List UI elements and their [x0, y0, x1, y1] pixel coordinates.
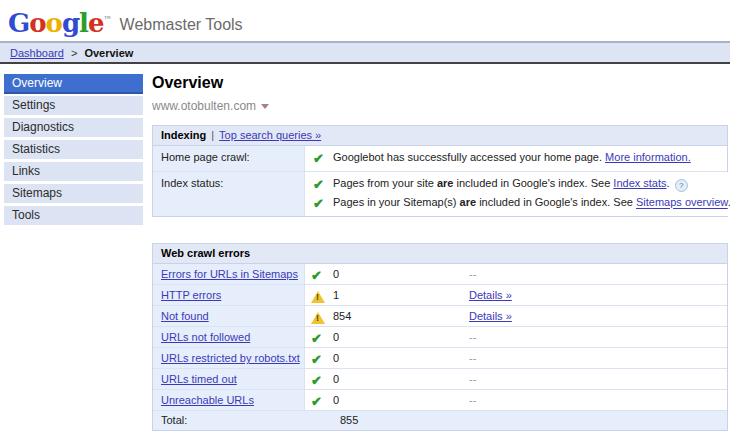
- sidebar-nav: Overview Settings Diagnostics Statistics…: [4, 74, 143, 434]
- logo-letter: G: [8, 8, 29, 38]
- sidebar-item-statistics[interactable]: Statistics: [4, 140, 143, 159]
- indexing-table: Indexing|Top search queries » Home page …: [152, 125, 728, 217]
- indexing-table-header: Indexing|Top search queries »: [153, 126, 727, 146]
- check-icon: ✔: [311, 371, 331, 391]
- http-errors-link[interactable]: HTTP errors: [161, 289, 221, 301]
- row-label: Home page crawl:: [153, 146, 305, 171]
- unreachable-urls-link[interactable]: Unreachable URLs: [161, 394, 254, 406]
- check-icon: ✔: [313, 177, 333, 192]
- crawl-error-row: URLs timed out ✔0 --: [153, 369, 727, 390]
- home-page-crawl-row: Home page crawl: ✔Googlebot has successf…: [153, 146, 727, 172]
- urls-timed-out-link[interactable]: URLs timed out: [161, 373, 237, 385]
- warning-icon: [311, 287, 331, 307]
- error-count: 1: [333, 289, 339, 301]
- urls-not-followed-link[interactable]: URLs not followed: [161, 331, 250, 343]
- breadcrumb-dashboard-link[interactable]: Dashboard: [10, 47, 64, 59]
- error-count: 0: [333, 373, 339, 385]
- total-row: Total: 855: [153, 411, 727, 430]
- crawl-error-row: HTTP errors 1 Details »: [153, 285, 727, 306]
- error-count: 0: [333, 394, 339, 406]
- more-information-link[interactable]: More information.: [605, 151, 691, 163]
- error-count: 0: [333, 352, 339, 364]
- crawl-error-row: Errors for URLs in Sitemaps ✔0 --: [153, 264, 727, 285]
- status-text: Pages in your Sitemap(s): [333, 197, 460, 209]
- no-details-dash: --: [469, 373, 476, 385]
- details-link[interactable]: Details »: [469, 289, 512, 301]
- crawl-error-row: URLs restricted by robots.txt ✔0 --: [153, 348, 727, 369]
- crawl-errors-title: Web crawl errors: [161, 247, 250, 259]
- status-text: Googlebot has successfully accessed your…: [333, 151, 605, 163]
- page-title: Overview: [152, 74, 728, 92]
- check-icon: ✔: [311, 350, 331, 370]
- logo-letter: o: [46, 8, 62, 38]
- sidebar-item-sitemaps[interactable]: Sitemaps: [4, 184, 143, 203]
- main-panel: Overview www.otobulten.com Indexing|Top …: [152, 74, 728, 434]
- errors-for-urls-in-sitemaps-link[interactable]: Errors for URLs in Sitemaps: [161, 268, 298, 280]
- crawl-error-row: Not found 854 Details »: [153, 306, 727, 327]
- total-label: Total:: [153, 411, 312, 430]
- content-area: Overview Settings Diagnostics Statistics…: [0, 74, 730, 434]
- site-domain: www.otobulten.com: [152, 99, 256, 113]
- urls-restricted-by-robots-link[interactable]: URLs restricted by robots.txt: [161, 352, 300, 364]
- index-status-row: Index status: ✔Pages from your site are …: [153, 172, 727, 216]
- breadcrumb-separator: >: [71, 47, 77, 59]
- chevron-down-icon: [261, 104, 269, 109]
- check-icon: ✔: [313, 151, 333, 166]
- google-logo: Google™: [8, 5, 112, 37]
- breadcrumb-current: Overview: [84, 47, 133, 59]
- web-crawl-errors-table: Web crawl errors Errors for URLs in Site…: [152, 243, 728, 431]
- app-header: Google™ Webmaster Tools: [0, 0, 730, 37]
- total-value: 855: [312, 411, 358, 430]
- check-icon: ✔: [311, 266, 331, 286]
- sidebar-item-diagnostics[interactable]: Diagnostics: [4, 118, 143, 137]
- header-divider: |: [211, 129, 214, 141]
- sidebar-item-overview[interactable]: Overview: [4, 74, 143, 94]
- crawl-error-row: URLs not followed ✔0 --: [153, 327, 727, 348]
- crawl-error-row: Unreachable URLs ✔0 --: [153, 390, 727, 411]
- no-details-dash: --: [469, 331, 476, 343]
- check-icon: ✔: [311, 329, 331, 349]
- error-count: 0: [333, 268, 339, 280]
- site-selector[interactable]: www.otobulten.com: [152, 99, 728, 113]
- logo-letter: e: [88, 8, 104, 38]
- check-icon: ✔: [311, 392, 331, 412]
- sidebar-item-settings[interactable]: Settings: [4, 96, 143, 115]
- logo-letter: g: [62, 8, 79, 38]
- logo-letter: o: [29, 8, 45, 38]
- top-search-queries-link[interactable]: Top search queries »: [219, 129, 321, 141]
- details-link[interactable]: Details »: [469, 310, 512, 322]
- no-details-dash: --: [469, 268, 476, 280]
- app-title: Webmaster Tools: [120, 13, 243, 37]
- error-count: 854: [333, 310, 351, 322]
- row-label: Index status:: [153, 172, 305, 216]
- breadcrumb: Dashboard > Overview: [0, 41, 730, 64]
- trademark-mark: ™: [104, 14, 112, 24]
- check-icon: ✔: [313, 196, 333, 211]
- not-found-link[interactable]: Not found: [161, 310, 209, 322]
- error-count: 0: [333, 331, 339, 343]
- warning-icon: [311, 308, 331, 328]
- sidebar-item-tools[interactable]: Tools: [4, 206, 143, 225]
- no-details-dash: --: [469, 352, 476, 364]
- help-icon[interactable]: ?: [675, 179, 688, 192]
- crawl-errors-header: Web crawl errors: [153, 244, 727, 264]
- sitemaps-overview-link[interactable]: Sitemaps overview: [636, 197, 728, 209]
- index-stats-link[interactable]: Index stats: [613, 177, 666, 189]
- indexing-title: Indexing: [161, 129, 206, 141]
- logo-letter: l: [79, 8, 88, 38]
- status-text: Pages from your site: [333, 177, 437, 189]
- sidebar-item-links[interactable]: Links: [4, 162, 143, 181]
- no-details-dash: --: [469, 394, 476, 406]
